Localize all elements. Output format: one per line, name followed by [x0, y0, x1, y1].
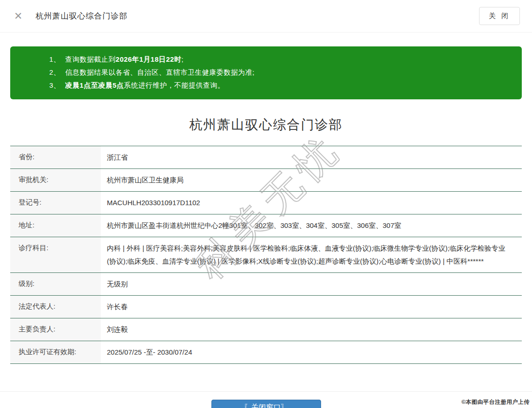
notice-line-number: 3、 [49, 79, 60, 92]
row-label: 执业许可证有效期: [10, 341, 101, 363]
row-label: 审批机关: [10, 169, 101, 191]
notice-line: 3、凌晨1点至凌晨5点系统进行维护，不能提供查询。 [49, 79, 512, 92]
notice-line-text: 信息数据结果以各省、自治区、直辖市卫生健康委数据为准; [65, 66, 255, 79]
copyright-watermark: ©本图由平台注册用户上传 [461, 398, 530, 406]
row-value: MACUHLH2033010917D1102 [101, 192, 522, 214]
close-window-button[interactable]: 〖关闭窗口〗 [211, 400, 321, 408]
footer: 〖关闭窗口〗 [0, 392, 532, 408]
row-value: 杭州市萧山区卫生健康局 [101, 169, 522, 191]
table-row: 法定代表人:许长春 [10, 296, 522, 318]
notice-line-number: 2、 [49, 66, 60, 79]
page-title: 杭州萧山驭心综合门诊部 [0, 116, 532, 134]
close-button[interactable]: 关 闭 [479, 7, 520, 25]
row-label: 地址: [10, 214, 101, 237]
row-label: 省份: [10, 146, 101, 168]
row-value: 许长春 [101, 296, 522, 318]
table-row: 执业许可证有效期:2025/07/25 -至- 2030/07/24 [10, 341, 522, 364]
row-label: 级别: [10, 273, 101, 295]
notice-line-text: 凌晨1点至凌晨5点系统进行维护，不能提供查询。 [65, 79, 224, 92]
row-label: 法定代表人: [10, 296, 101, 318]
table-row: 省份:浙江省 [10, 146, 522, 169]
row-value: 无级别 [101, 273, 522, 295]
row-value: 2025/07/25 -至- 2030/07/24 [101, 341, 522, 363]
row-label: 主要负责人: [10, 318, 101, 341]
row-label: 诊疗科目: [10, 237, 101, 272]
table-row: 诊疗科目:内科 | 外科 | 医疗美容科;美容外科;美容皮肤科 | 医学检验科;… [10, 237, 522, 273]
row-value: 浙江省 [101, 146, 522, 168]
notice-line-number: 1、 [49, 53, 60, 66]
header-bar: ✕ 杭州萧山驭心综合门诊部 关 闭 [0, 0, 532, 32]
table-row: 审批机关:杭州市萧山区卫生健康局 [10, 169, 522, 192]
notice-line: 2、信息数据结果以各省、自治区、直辖市卫生健康委数据为准; [49, 66, 512, 79]
row-value: 杭州市萧山区盈丰街道杭州世纪中心2幢301室、302室、303室、304室、30… [101, 214, 522, 237]
info-table: 省份:浙江省审批机关:杭州市萧山区卫生健康局登记号:MACUHLH2033010… [10, 146, 522, 364]
notice-box: 1、查询数据截止到2026年1月18日22时;2、信息数据结果以各省、自治区、直… [10, 46, 522, 99]
row-label: 登记号: [10, 192, 101, 214]
notice-line-text: 查询数据截止到2026年1月18日22时; [65, 53, 184, 66]
close-x-icon[interactable]: ✕ [14, 11, 22, 21]
table-row: 地址:杭州市萧山区盈丰街道杭州世纪中心2幢301室、302室、303室、304室… [10, 214, 522, 237]
row-value: 刘连毅 [101, 318, 522, 341]
notice-line: 1、查询数据截止到2026年1月18日22时; [49, 53, 512, 66]
row-value: 内科 | 外科 | 医疗美容科;美容外科;美容皮肤科 | 医学检验科;临床体液、… [101, 237, 522, 272]
header-title: 杭州萧山驭心综合门诊部 [35, 11, 127, 21]
table-row: 级别:无级别 [10, 273, 522, 296]
table-row: 主要负责人:刘连毅 [10, 318, 522, 341]
table-row: 登记号:MACUHLH2033010917D1102 [10, 192, 522, 214]
